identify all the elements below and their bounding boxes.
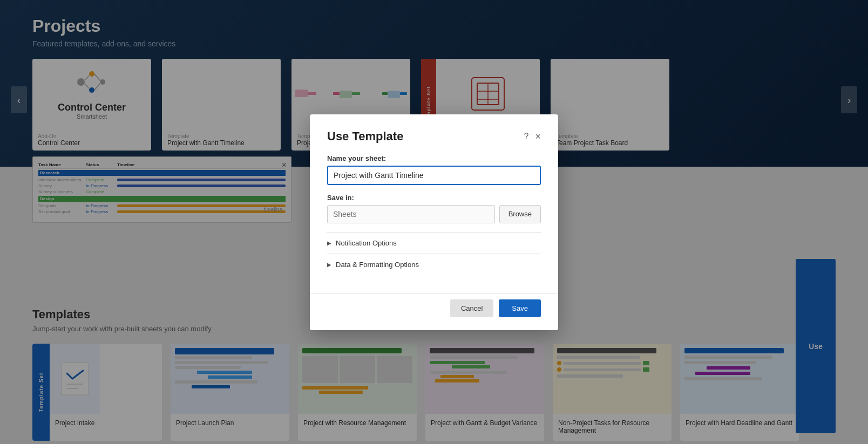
modal-help-icon[interactable]: ? <box>524 132 529 141</box>
use-template-modal: Use Template ? × Name your sheet: Save i… <box>310 114 558 330</box>
modal-overlay: Use Template ? × Name your sheet: Save i… <box>0 0 868 444</box>
save-in-input[interactable] <box>327 205 495 223</box>
data-formatting-accordion-arrow: ▶ <box>327 262 331 268</box>
browse-button[interactable]: Browse <box>499 205 541 223</box>
save-in-row: Browse <box>327 205 541 223</box>
notification-options-accordion[interactable]: ▶ Notification Options <box>327 232 541 254</box>
modal-footer: Cancel Save <box>450 299 541 317</box>
save-button[interactable]: Save <box>499 299 541 317</box>
modal-divider <box>310 293 558 293</box>
name-sheet-input[interactable] <box>327 166 541 185</box>
data-formatting-label: Data & Formatting Options <box>336 261 419 269</box>
modal-header: Use Template ? × <box>327 129 541 144</box>
data-formatting-accordion[interactable]: ▶ Data & Formatting Options <box>327 254 541 275</box>
save-in-label: Save in: <box>327 194 541 202</box>
notification-options-label: Notification Options <box>336 239 397 247</box>
modal-close-btn[interactable]: × <box>535 132 541 141</box>
cancel-button[interactable]: Cancel <box>450 299 493 317</box>
name-field-label: Name your sheet: <box>327 154 541 162</box>
notification-accordion-arrow: ▶ <box>327 240 331 246</box>
modal-title: Use Template <box>327 129 403 144</box>
